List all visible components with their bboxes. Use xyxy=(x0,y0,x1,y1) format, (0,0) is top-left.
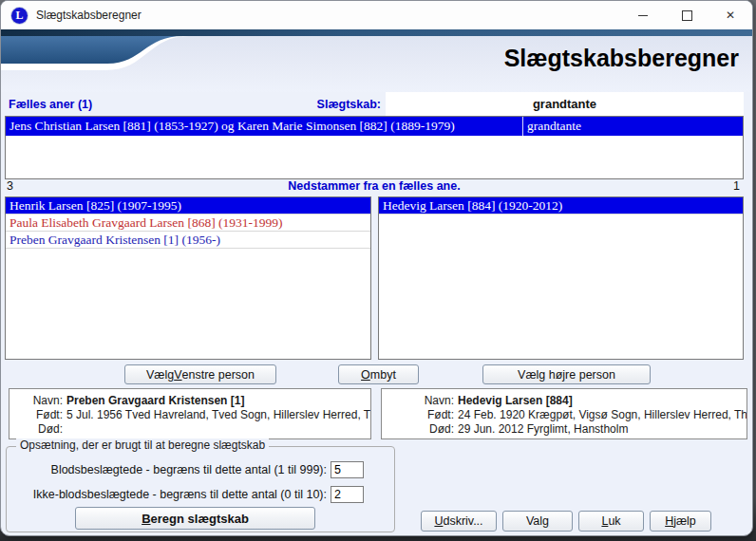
name-label: Navn: xyxy=(382,394,454,408)
died-label: Død: xyxy=(9,422,63,437)
common-ancestors-label: Fælles aner (1) xyxy=(9,93,92,116)
minimize-button[interactable] xyxy=(621,1,665,29)
born-label: Født: xyxy=(382,408,454,422)
person-born: 24 Feb. 1920 Krægpøt, Vigsø Sogn, Hiller… xyxy=(458,408,747,422)
help-button[interactable]: Hjælp xyxy=(650,511,711,532)
ancestor-relation: grandtante xyxy=(522,117,743,136)
close-icon: ✕ xyxy=(726,9,735,21)
print-button[interactable]: Udskriv... xyxy=(421,511,497,532)
person-died xyxy=(66,422,370,437)
name-label: Navn: xyxy=(9,394,63,408)
ancestor-couple: Jens Christian Larsen [881] (1853-1927) … xyxy=(6,117,522,136)
relationship-value-field: grandtante xyxy=(386,92,744,116)
right-descent-list: Hedevig Larsen [884] (1920-2012) xyxy=(378,196,744,360)
descent-caption-row: Nedstammer fra en fælles ane. 3 1 xyxy=(1,179,747,196)
minimize-icon xyxy=(638,15,648,16)
banner: Slægtskabsberegner xyxy=(1,29,752,92)
window-title: Slægtskabsberegner xyxy=(36,9,142,22)
maximize-icon xyxy=(682,10,692,21)
person-name: Preben Gravgaard Kristensen [1] xyxy=(66,394,370,408)
right-generation-count: 1 xyxy=(733,179,740,193)
relationship-label: Slægtskab: xyxy=(284,93,381,116)
right-person-panel: Navn: Hedevig Larsen [884] Født: 24 Feb.… xyxy=(381,388,747,439)
list-item[interactable]: Hedevig Larsen [884] (1920-2012) xyxy=(379,197,743,215)
title-bar: L Slægtskabsberegner ✕ xyxy=(1,1,752,29)
nonblood-relatives-input[interactable] xyxy=(331,486,364,503)
blood-relatives-input[interactable] xyxy=(331,461,364,478)
nonblood-relatives-label: Ikke-blodsbeslægtede - begræns til dette… xyxy=(14,488,331,501)
select-left-person-button[interactable]: Vælg Venstre person xyxy=(124,364,276,384)
left-descent-list: Henrik Larsen [825] (1907-1995) Paula El… xyxy=(5,196,371,360)
calculate-relationship-button[interactable]: Beregn slægtskab xyxy=(75,507,315,530)
options-button[interactable]: Valg xyxy=(502,511,573,532)
list-item[interactable]: Preben Gravgaard Kristensen [1] (1956-) xyxy=(6,232,370,249)
settings-legend: Opsætning, der er brugt til at beregne s… xyxy=(16,438,269,452)
list-item[interactable]: Henrik Larsen [825] (1907-1995) xyxy=(6,197,370,215)
banner-title: Slægtskabsberegner xyxy=(504,45,739,72)
swap-button[interactable]: Ombyt xyxy=(338,364,419,384)
close-dialog-button[interactable]: Luk xyxy=(578,511,644,532)
common-ancestors-list: Jens Christian Larsen [881] (1853-1927) … xyxy=(5,116,744,179)
born-label: Født: xyxy=(9,408,63,422)
blood-relatives-label: Blodsbeslægtede - begræns til dette anta… xyxy=(14,463,331,476)
settings-groupbox: Opsætning, der er brugt til at beregne s… xyxy=(6,446,395,532)
app-logo-icon: L xyxy=(11,8,28,24)
left-person-panel: Navn: Preben Gravgaard Kristensen [1] Fø… xyxy=(9,388,371,439)
maximize-button[interactable] xyxy=(665,1,709,29)
person-died: 29 Jun. 2012 Fyrglimt, Hanstholm xyxy=(458,422,747,437)
close-button[interactable]: ✕ xyxy=(709,1,752,29)
person-name: Hedevig Larsen [884] xyxy=(458,394,747,408)
app-window: L Slægtskabsberegner ✕ xyxy=(0,0,753,536)
left-generation-count: 3 xyxy=(7,179,13,193)
window-controls: ✕ xyxy=(621,1,752,29)
descent-caption: Nedstammer fra en fælles ane. xyxy=(1,179,747,193)
select-right-person-button[interactable]: Vælg højre person xyxy=(482,364,651,384)
person-born: 5 Jul. 1956 Tved Havreland, Tved Sogn, H… xyxy=(66,408,370,422)
ancestor-row[interactable]: Jens Christian Larsen [881] (1853-1927) … xyxy=(6,117,743,136)
list-item[interactable]: Paula Elisabeth Gravgaard Larsen [868] (… xyxy=(6,215,370,232)
died-label: Død: xyxy=(382,422,454,437)
